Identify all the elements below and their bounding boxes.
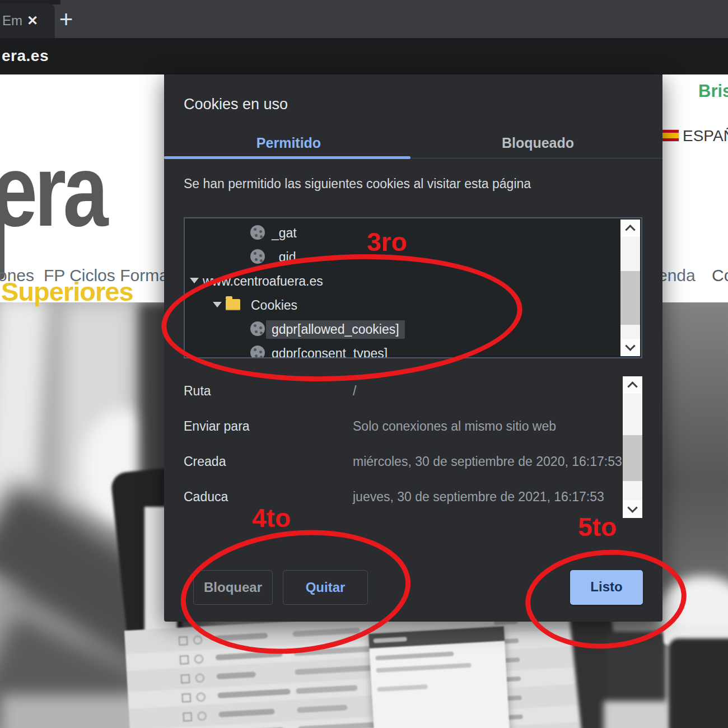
cookie-icon [250,225,265,240]
photo-dark-shape [661,302,728,599]
screenshot-stage: Em ✕ + era.es [0,0,728,728]
detail-value-enviar: Solo conexiones al mismo sitio web [353,419,556,434]
nav-item-left-1[interactable]: ones [0,266,34,285]
active-tab-underline [164,156,410,159]
tree-scrollbar[interactable] [620,220,640,356]
detail-value-caduca: jueves, 30 de septiembre de 2021, 16:17:… [353,489,604,505]
dialog-title: Cookies en uso [184,96,288,113]
annotation-step-3: 3ro [367,227,407,257]
site-header-right: Bris ESPAÑO enda Co [662,74,728,302]
detail-label-ruta: Ruta [184,384,211,399]
detail-value-creada: miércoles, 30 de septiembre de 2020, 16:… [353,454,622,469]
browser-tab-strip: Em ✕ + [0,0,728,38]
dialog-description: Se han permitido las siguientes cookies … [184,176,531,192]
nav-item-fp-ciclos[interactable]: FP Ciclos Format [44,266,173,285]
scroll-up-arrow[interactable] [623,376,642,394]
tab-close-icon[interactable]: ✕ [27,13,38,29]
detail-label-enviar: Enviar para [184,419,250,434]
scroll-thumb[interactable] [623,435,642,481]
tree-row-gat[interactable]: _gat [185,222,641,246]
cookie-icon [250,249,265,264]
expand-arrow-icon[interactable] [190,278,199,283]
annotation-step-5: 5to [578,512,617,542]
coffee-cup-base [604,701,670,728]
tree-row-label: _gat [272,226,297,241]
scroll-thumb[interactable] [620,271,640,325]
tab-bloqueado[interactable]: Bloqueado [413,129,662,156]
scroll-up-arrow[interactable] [620,220,640,237]
compose-window [368,626,510,728]
detail-label-caduca: Caduca [184,489,228,505]
detail-label-creada: Creada [184,454,226,469]
scroll-down-arrow[interactable] [620,339,640,356]
site-header-left: era Superiores ones FP Ciclos Format [0,74,164,302]
coffee-cup [669,638,728,728]
details-scrollbar[interactable] [623,376,642,518]
brand-text: Bris [698,81,728,101]
site-logo[interactable]: era [0,139,105,241]
browser-tab[interactable]: Em ✕ [0,3,55,38]
tab-permitido[interactable]: Permitido [164,129,413,156]
url-text[interactable]: era.es [2,47,49,65]
nav-item-right-1[interactable]: enda [658,266,696,285]
browser-toolbar: era.es [0,38,728,74]
scroll-down-arrow[interactable] [623,501,642,518]
nav-item-right-2[interactable]: Co [712,266,728,285]
detail-value-ruta: / [353,384,356,399]
tab-title: Em [2,13,24,29]
annotation-step-4: 4to [252,503,291,533]
spain-flag-icon [661,130,679,141]
language-selector[interactable]: ESPAÑO [683,127,728,145]
new-tab-button[interactable]: + [54,9,78,31]
